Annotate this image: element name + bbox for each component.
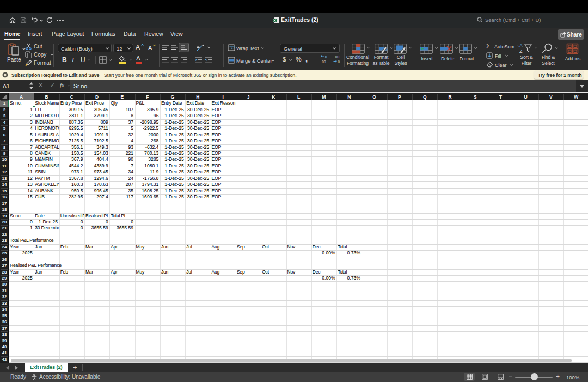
svg-text:.00: .00: [321, 60, 326, 64]
svg-text:.00: .00: [334, 55, 339, 59]
svg-text:Z: Z: [519, 48, 523, 53]
svg-text:A: A: [519, 43, 523, 48]
svg-text:0: 0: [338, 60, 340, 64]
svg-text:0: 0: [325, 55, 327, 59]
